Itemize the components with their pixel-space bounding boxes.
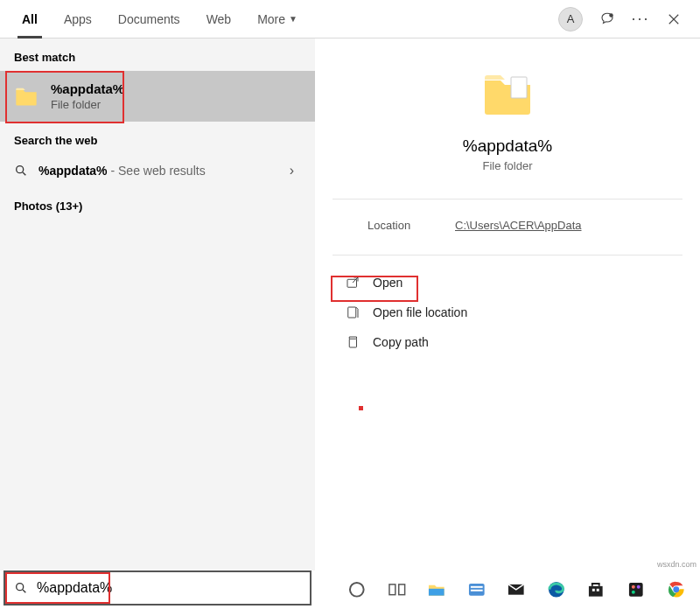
svg-point-22 — [632, 591, 635, 594]
svg-rect-9 — [398, 584, 404, 595]
search-icon — [14, 581, 28, 595]
tab-label: Apps — [64, 12, 92, 26]
edge-icon[interactable] — [546, 579, 567, 600]
tab-label: All — [22, 12, 38, 26]
search-input[interactable] — [37, 580, 301, 596]
action-open-location[interactable]: Open file location — [332, 298, 682, 327]
search-bar[interactable] — [4, 570, 312, 606]
chevron-down-icon: ▼ — [289, 14, 298, 24]
chevron-right-icon: › — [290, 163, 301, 178]
svg-point-24 — [673, 587, 679, 593]
svg-rect-4 — [348, 307, 356, 318]
photos-heading: Photos (13+) — [0, 187, 315, 220]
svg-rect-8 — [389, 584, 396, 595]
svg-point-0 — [609, 13, 613, 18]
taskbar — [332, 570, 700, 609]
tab-label: More — [257, 12, 285, 26]
svg-point-7 — [350, 583, 364, 597]
user-avatar[interactable]: A — [558, 7, 583, 32]
file-explorer-icon[interactable] — [426, 579, 447, 600]
web-hint: - See web results — [108, 164, 206, 178]
tab-apps[interactable]: Apps — [51, 0, 105, 38]
preview-header: %appdata% File folder — [332, 56, 682, 200]
svg-rect-18 — [597, 589, 599, 592]
tab-label: Documents — [118, 12, 180, 26]
main-content: Best match %appdata% File folder Search … — [0, 38, 700, 570]
preview-panel: %appdata% File folder Location C:\Users\… — [315, 38, 700, 570]
svg-point-1 — [17, 166, 24, 173]
open-location-icon — [345, 304, 360, 320]
best-match-text: %appdata% File folder — [51, 81, 124, 111]
svg-rect-12 — [471, 586, 483, 588]
figma-icon[interactable] — [626, 579, 647, 600]
tab-all[interactable]: All — [9, 0, 51, 38]
location-row: Location C:\Users\ACER\AppData — [332, 200, 682, 256]
top-right-controls: A ··· — [558, 7, 691, 32]
web-result-text: %appdata% - See web results — [38, 164, 206, 178]
web-query: %appdata% — [38, 164, 108, 178]
action-label: Copy path — [373, 335, 429, 349]
location-label: Location — [368, 219, 455, 232]
close-icon[interactable] — [665, 10, 682, 28]
location-value[interactable]: C:\Users\ACER\AppData — [455, 219, 582, 232]
action-label: Open file location — [373, 305, 467, 319]
tab-label: Web — [206, 12, 232, 26]
task-view-icon[interactable] — [387, 579, 408, 600]
tab-documents[interactable]: Documents — [105, 0, 193, 38]
best-match-subtitle: File folder — [51, 98, 124, 111]
results-panel: Best match %appdata% File folder Search … — [0, 38, 315, 570]
svg-rect-2 — [511, 77, 527, 98]
preview-actions: Open Open file location Copy path — [315, 256, 700, 369]
preview-subtitle: File folder — [482, 159, 532, 172]
svg-rect-19 — [629, 583, 643, 597]
best-match-heading: Best match — [0, 38, 315, 71]
preview-title: %appdata% — [463, 136, 552, 156]
folder-icon — [14, 84, 38, 108]
search-icon — [14, 164, 28, 178]
cortana-icon[interactable] — [346, 579, 368, 600]
store-icon[interactable] — [585, 579, 606, 600]
action-open[interactable]: Open — [332, 268, 682, 298]
search-web-heading: Search the web — [0, 122, 315, 154]
search-filter-tabs: All Apps Documents Web More▼ A ··· — [0, 0, 700, 38]
copy-icon — [345, 334, 360, 350]
svg-point-20 — [632, 585, 635, 589]
mail-icon[interactable] — [506, 579, 527, 600]
svg-rect-17 — [592, 589, 595, 592]
action-copy-path[interactable]: Copy path — [332, 327, 682, 357]
avatar-letter: A — [567, 12, 575, 25]
chrome-icon[interactable] — [666, 579, 687, 600]
best-match-item[interactable]: %appdata% File folder — [0, 71, 315, 122]
action-label: Open — [373, 276, 402, 290]
feedback-icon[interactable] — [598, 10, 616, 28]
best-match-title: %appdata% — [51, 81, 124, 96]
svg-point-21 — [637, 585, 640, 589]
svg-rect-16 — [589, 586, 603, 597]
app-icon-1[interactable] — [466, 579, 487, 600]
svg-point-6 — [17, 584, 24, 591]
tab-more[interactable]: More▼ — [244, 0, 311, 38]
svg-rect-10 — [429, 589, 444, 596]
tab-web[interactable]: Web — [193, 0, 245, 38]
more-options-icon[interactable]: ··· — [632, 10, 649, 28]
annotation-dot — [359, 406, 363, 410]
folder-large-icon — [480, 65, 536, 121]
watermark: wsxdn.com — [657, 560, 696, 569]
web-result-item[interactable]: %appdata% - See web results › — [0, 154, 315, 187]
open-icon — [345, 275, 360, 290]
svg-rect-5 — [349, 339, 356, 347]
svg-rect-13 — [471, 590, 483, 592]
